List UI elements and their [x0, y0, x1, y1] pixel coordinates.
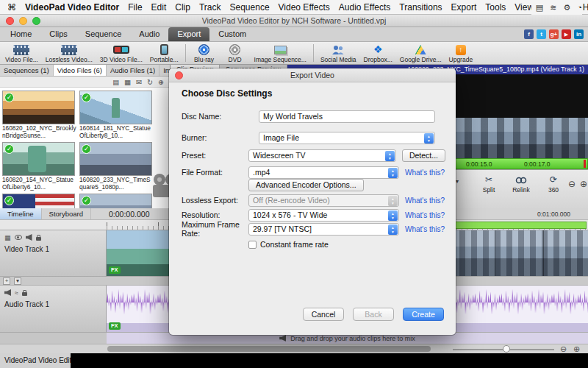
menu-video-effects[interactable]: Video Effects: [279, 2, 330, 13]
grid-icon[interactable]: ▦: [4, 234, 11, 241]
lock-icon[interactable]: [22, 292, 27, 296]
rotate-360-button[interactable]: ⟳ 360: [538, 174, 569, 194]
constant-frame-rate-checkbox[interactable]: Constant frame rate: [248, 240, 329, 249]
frame-rate-select[interactable]: 29.97 [TV NTSC]: [248, 223, 399, 236]
menu-help[interactable]: Help: [583, 2, 588, 13]
export-3d-video-button[interactable]: 3D Video File...: [96, 43, 146, 63]
tab-timeline[interactable]: Timeline: [0, 208, 42, 219]
resolution-help-link[interactable]: What's this?: [405, 211, 445, 219]
export-google-drive-button[interactable]: Google Drive...: [396, 43, 445, 63]
tab-audio[interactable]: Audio: [130, 27, 168, 41]
list-item[interactable]: ✓ 160814_181_NYC_StatueOfLiberty8_10...: [79, 91, 154, 142]
speaker-icon[interactable]: [4, 289, 11, 296]
fx-badge[interactable]: FX: [109, 266, 121, 274]
tab-clips[interactable]: Clips: [40, 27, 76, 41]
list-view-icon[interactable]: ▤: [112, 78, 119, 86]
dialog-close-button[interactable]: [175, 71, 183, 79]
facebook-icon[interactable]: f: [524, 29, 534, 39]
menu-file[interactable]: File: [128, 2, 142, 13]
trim-end-marker[interactable]: [584, 160, 586, 168]
file-format-select[interactable]: .mp4: [248, 166, 399, 179]
waveform-icon[interactable]: ≈: [15, 289, 18, 297]
audio-track-header[interactable]: ≈ Audio Track 1: [0, 286, 107, 333]
clip-thumbnail[interactable]: ✓: [2, 142, 75, 176]
twitter-icon[interactable]: t: [537, 29, 546, 39]
clip-thumbnail[interactable]: ✓: [2, 194, 75, 208]
zoom-slider-knob[interactable]: [503, 345, 510, 353]
upgrade-button[interactable]: ↑ Upgrade: [445, 43, 477, 63]
frame-rate-help-link[interactable]: What's this?: [405, 225, 445, 233]
export-portable-button[interactable]: Portable...: [146, 43, 182, 63]
video-track-header[interactable]: ▦ Video Track 1: [0, 230, 107, 277]
export-bluray-button[interactable]: Blu-ray: [189, 43, 220, 63]
relink-button[interactable]: Relink: [506, 174, 537, 194]
add-media-icon[interactable]: ⊕: [158, 78, 164, 86]
menu-export[interactable]: Export: [451, 2, 477, 13]
minimize-window-button[interactable]: [19, 17, 27, 25]
add-track-button[interactable]: +: [3, 277, 10, 285]
tab-sequence[interactable]: Sequence: [76, 27, 131, 41]
export-dropbox-button[interactable]: ❖ Dropbox...: [360, 43, 396, 63]
bin-tab-video-files[interactable]: Video Files (6): [54, 65, 107, 76]
list-item[interactable]: ✓: [79, 194, 154, 208]
apple-menu-icon[interactable]: ⌘: [7, 2, 16, 13]
tab-home[interactable]: Home: [1, 27, 40, 41]
advanced-encoder-options-button[interactable]: Advanced Encoder Options...: [248, 179, 364, 191]
status-icon[interactable]: ▤: [536, 3, 543, 13]
lossless-help-link[interactable]: What's this?: [405, 197, 445, 205]
linkedin-icon[interactable]: in: [574, 29, 584, 39]
status-icon[interactable]: ⚙: [563, 3, 570, 13]
menu-transitions[interactable]: Transitions: [399, 2, 442, 13]
lock-icon[interactable]: [36, 237, 41, 241]
bin-tab-sequences[interactable]: Sequences (1): [0, 65, 54, 76]
menu-sequence[interactable]: Sequence: [230, 2, 270, 13]
menu-clip[interactable]: Clip: [175, 2, 190, 13]
burner-select[interactable]: Image File: [259, 132, 435, 144]
youtube-icon[interactable]: ▶: [562, 29, 571, 39]
detect-button[interactable]: Detect...: [402, 149, 445, 162]
split-button[interactable]: ✂ Split: [473, 174, 504, 194]
tab-custom[interactable]: Custom: [209, 27, 255, 41]
thumbnail-view-icon[interactable]: ▦: [124, 78, 131, 86]
visibility-eye-icon[interactable]: [15, 235, 22, 240]
speaker-icon[interactable]: [26, 234, 32, 241]
tab-storyboard[interactable]: Storyboard: [42, 208, 91, 219]
create-button[interactable]: Create: [403, 308, 444, 321]
clip-thumbnail[interactable]: ✓: [79, 194, 152, 208]
list-item[interactable]: ✓ 160820_233_NYC_TimeSquare5_1080p...: [79, 142, 154, 194]
list-item[interactable]: ✓ 160820_154_NYC_StatueOfLiberty6_10...: [2, 142, 76, 194]
menu-app-name[interactable]: VideoPad Video Editor: [25, 2, 119, 13]
fx-badge[interactable]: FX: [109, 322, 121, 330]
list-item[interactable]: ✓: [2, 194, 76, 208]
zoom-out-icon[interactable]: ⊖: [568, 179, 576, 189]
menu-track[interactable]: Track: [199, 2, 221, 13]
checkbox-box[interactable]: [248, 241, 257, 249]
mail-icon[interactable]: ✉: [136, 78, 142, 86]
menu-edit[interactable]: Edit: [151, 2, 167, 13]
googleplus-icon[interactable]: g+: [549, 29, 559, 39]
list-item[interactable]: ✓ 160820_102_NYC_BrooklynBridgeSunse...: [2, 91, 76, 142]
status-icon[interactable]: ≋: [550, 3, 556, 13]
bin-tab-audio-files[interactable]: Audio Files (1): [107, 65, 159, 76]
horizontal-scrollbar[interactable]: [107, 346, 431, 352]
refresh-icon[interactable]: ↻: [147, 78, 153, 86]
zoom-in-icon[interactable]: ⊕: [580, 179, 587, 189]
disc-name-input[interactable]: My World Travels: [259, 110, 435, 123]
status-icon[interactable]: ◔: [577, 3, 582, 12]
resolution-select[interactable]: 1024 x 576 - TV Wide: [248, 209, 399, 222]
tab-export[interactable]: Export: [168, 27, 209, 41]
export-social-media-button[interactable]: Social Media: [317, 43, 360, 63]
export-image-sequence-button[interactable]: Image Sequence...: [251, 43, 310, 63]
preset-select[interactable]: Widescreen TV: [248, 149, 396, 162]
clip-thumbnail[interactable]: ✓: [79, 91, 152, 124]
zoom-window-button[interactable]: [32, 17, 40, 25]
export-lossless-video-button[interactable]: Lossless Video...: [42, 43, 96, 63]
file-format-help-link[interactable]: What's this?: [405, 169, 445, 177]
menu-audio-effects[interactable]: Audio Effects: [339, 2, 391, 13]
track-options-button[interactable]: ▾: [14, 277, 21, 285]
clip-thumbnail[interactable]: ✓: [79, 142, 152, 176]
close-window-button[interactable]: [6, 17, 14, 25]
bin-tab-images[interactable]: Imag: [159, 65, 170, 76]
menu-tools[interactable]: Tools: [485, 2, 506, 13]
export-video-file-button[interactable]: Video File...: [1, 43, 42, 63]
